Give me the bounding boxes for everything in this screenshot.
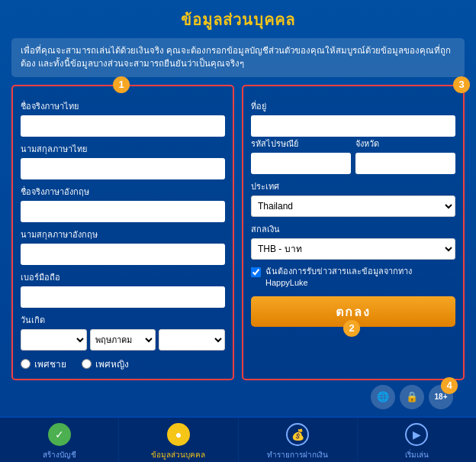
gender-female-option[interactable]: เพศหญิง: [82, 357, 129, 371]
gender-male-radio[interactable]: [21, 359, 31, 369]
first-name-en-input[interactable]: [21, 201, 225, 222]
dob-year-select[interactable]: 200019991998 19971996: [159, 329, 225, 351]
main-content: ข้อมูลส่วนบุคคล เพื่อที่คุณจะสามารถเล่นไ…: [0, 0, 476, 416]
postal-input[interactable]: [251, 153, 351, 174]
language-icon[interactable]: 🌐: [371, 385, 395, 409]
lock-icon[interactable]: 🔒: [400, 385, 424, 409]
nav-item-deposit[interactable]: 💰 ทำรายการฝากเงิน: [239, 418, 358, 463]
country-select[interactable]: Thailand Laos Myanmar Cambodia Vietnam: [251, 195, 455, 217]
gender-male-option[interactable]: เพศชาย: [21, 357, 66, 371]
newsletter-checkbox[interactable]: [251, 267, 261, 277]
form-layout: 1 ชื่อจริงภาษาไทย นามสกุลภาษาไทย ชื่อจริ…: [11, 85, 465, 380]
dob-month-select[interactable]: มกราคมกุมภาพันธ์มีนาคม เมษายนพฤษภาคมมิถุ…: [90, 329, 156, 351]
province-label: จังหวัด: [355, 137, 455, 150]
newsletter-row: ฉันต้องการรับข่าวสารและข้อมูลจากทาง Happ…: [251, 266, 455, 289]
left-panel: 1 ชื่อจริงภาษาไทย นามสกุลภาษาไทย ชื่อจริ…: [11, 85, 234, 380]
step-3-badge: 3: [453, 76, 473, 93]
step-1-badge: 1: [113, 76, 133, 93]
province-group: จังหวัด: [355, 137, 455, 174]
nav-item-start-play[interactable]: ▶ เริ่มเล่น: [358, 418, 476, 463]
dob-day-select[interactable]: 1234 5678: [21, 329, 87, 351]
step-4-badge: 4: [441, 377, 458, 394]
nav-item-create-account[interactable]: ✓ สร้างบัญชี: [0, 418, 119, 463]
bottom-nav: ✓ สร้างบัญชี ● ข้อมูลส่วนบุคคล 💰 ทำรายกา…: [0, 416, 476, 463]
first-name-th-input[interactable]: [21, 115, 225, 137]
page-title: ข้อมูลส่วนบุคคล: [11, 8, 465, 32]
nav-icon-create-account: ✓: [48, 423, 71, 446]
info-box: เพื่อที่คุณจะสามารถเล่นได้ด้วยเงินจริง ค…: [11, 38, 465, 77]
nav-label-personal-info: ข้อมูลส่วนบุคคล: [151, 449, 205, 460]
address-label: ที่อยู่: [251, 99, 455, 113]
first-name-en-label: ชื่อจริงภาษาอังกฤษ: [21, 185, 225, 199]
first-name-th-label: ชื่อจริงภาษาไทย: [21, 99, 225, 113]
gender-row: เพศชาย เพศหญิง: [21, 357, 225, 371]
step-3-number: 3: [453, 76, 470, 93]
last-name-en-input[interactable]: [21, 244, 225, 265]
last-name-th-input[interactable]: [21, 158, 225, 179]
gender-female-label: เพศหญิง: [95, 357, 129, 371]
currency-select[interactable]: THB - บาท USD - Dollar EUR - Euro: [251, 238, 455, 260]
gender-female-radio[interactable]: [82, 359, 92, 369]
nav-icon-personal-info: ●: [167, 423, 190, 446]
icons-row: 4 🌐 🔒 18+: [11, 380, 465, 412]
nav-item-personal-info[interactable]: ● ข้อมูลส่วนบุคคล: [119, 418, 238, 463]
page-wrapper: ข้อมูลส่วนบุคคล เพื่อที่คุณจะสามารถเล่นไ…: [0, 0, 476, 462]
step-2-number: 2: [343, 320, 360, 337]
postal-province-row: รหัสไปรษณีย์ จังหวัด: [251, 137, 455, 174]
step-2-badge: 2: [343, 320, 363, 337]
phone-label: เบอร์มือถือ: [21, 270, 225, 284]
nav-label-create-account: สร้างบัญชี: [43, 449, 76, 460]
nav-icon-start-play: ▶: [405, 423, 428, 446]
nav-label-start-play: เริ่มเล่น: [405, 449, 429, 460]
province-input[interactable]: [355, 153, 455, 174]
gender-male-label: เพศชาย: [34, 357, 66, 371]
currency-label: สกลเงิน: [251, 222, 455, 236]
right-panel: 3 ที่อยู่ รหัสไปรษณีย์ จังหวัด ประเทศ: [242, 85, 465, 380]
info-text: เพื่อที่คุณจะสามารถเล่นได้ด้วยเงินจริง ค…: [21, 46, 451, 68]
newsletter-label: ฉันต้องการรับข่าวสารและข้อมูลจากทาง Happ…: [265, 266, 455, 289]
postal-group: รหัสไปรษณีย์: [251, 137, 351, 174]
last-name-en-label: นามสกุลภาษาอังกฤษ: [21, 228, 225, 241]
phone-input[interactable]: [21, 286, 225, 308]
dob-label: วันเกิด: [21, 313, 225, 327]
country-label: ประเทศ: [251, 179, 455, 193]
step-1-number: 1: [113, 76, 130, 93]
postal-label: รหัสไปรษณีย์: [251, 137, 351, 150]
nav-label-deposit: ทำรายการฝากเงิน: [267, 449, 328, 460]
last-name-th-label: นามสกุลภาษาไทย: [21, 142, 225, 156]
date-row: 1234 5678 มกราคมกุมภาพันธ์มีนาคม เมษายนพ…: [21, 329, 225, 351]
address-input[interactable]: [251, 115, 455, 137]
nav-icon-deposit: 💰: [286, 423, 309, 446]
